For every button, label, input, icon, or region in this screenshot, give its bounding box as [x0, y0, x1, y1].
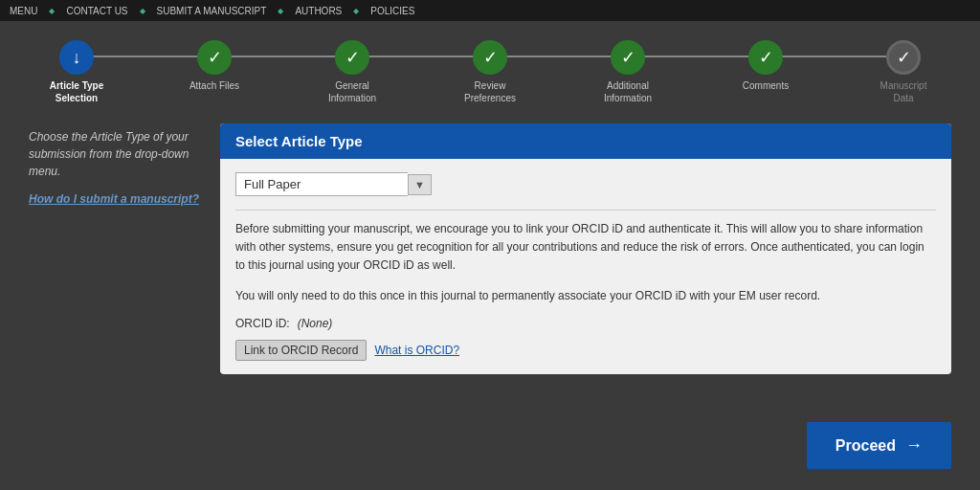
step-review-prefs: ✓ ReviewPreferences	[452, 40, 528, 104]
orcid-actions-row: Link to ORCID Record What is ORCID?	[235, 340, 936, 361]
top-navigation: MENU ◆ CONTACT US ◆ SUBMIT A MANUSCRIPT …	[0, 0, 980, 21]
nav-policies[interactable]: POLICIES	[370, 6, 414, 16]
nav-menu[interactable]: MENU	[10, 6, 37, 16]
orcid-id-value: (None)	[298, 317, 333, 330]
left-sidebar: Choose the Article Type of your submissi…	[29, 123, 201, 374]
step-general-info: ✓ GeneralInformation	[314, 40, 390, 104]
orcid-id-row: ORCID iD: (None)	[235, 317, 936, 330]
step-4-circle: ✓	[473, 40, 507, 75]
progress-steps: ↓ Article TypeSelection ✓ Attach Files ✓…	[19, 31, 961, 123]
sidebar-instruction: Choose the Article Type of your submissi…	[29, 128, 201, 180]
how-to-submit-link[interactable]: How do I submit a manuscript?	[29, 191, 201, 208]
select-article-type-panel: Select Article Type Full Paper Short Com…	[220, 123, 951, 374]
orcid-id-label: ORCID iD:	[235, 317, 290, 330]
dropdown-arrow-button[interactable]: ▼	[408, 174, 432, 195]
step-7-circle: ✓	[886, 40, 921, 75]
step-additional-info: ✓ AdditionalInformation	[590, 40, 666, 104]
proceed-button[interactable]: Proceed →	[807, 422, 951, 469]
what-is-orcid-link[interactable]: What is ORCID?	[374, 344, 459, 357]
panel-body: Full Paper Short Communication Review Ar…	[220, 159, 951, 374]
step-7-label: ManuscriptData	[880, 79, 927, 104]
nav-authors[interactable]: AUTHORS	[295, 6, 342, 16]
proceed-label: Proceed	[835, 437, 896, 455]
step-5-label: AdditionalInformation	[604, 79, 652, 104]
step-3-circle: ✓	[335, 40, 369, 75]
step-2-circle: ✓	[197, 40, 232, 75]
step-6-label: Comments	[743, 79, 789, 92]
step-comments: ✓ Comments	[727, 40, 804, 92]
proceed-arrow-icon: →	[905, 435, 923, 456]
step-4-label: ReviewPreferences	[464, 79, 516, 104]
step-3-label: GeneralInformation	[328, 79, 376, 104]
nav-submit[interactable]: SUBMIT A MANUSCRIPT	[157, 6, 267, 16]
main-area: ↓ Article TypeSelection ✓ Attach Files ✓…	[0, 21, 980, 490]
step-article-type: ↓ Article TypeSelection	[38, 40, 115, 104]
step-1-label: Article TypeSelection	[50, 79, 104, 104]
content-area: Choose the Article Type of your submissi…	[19, 123, 961, 374]
step-2-label: Attach Files	[189, 79, 239, 92]
link-to-orcid-button[interactable]: Link to ORCID Record	[235, 340, 367, 361]
orcid-paragraph-2: You will only need to do this once in th…	[235, 287, 936, 305]
proceed-area: Proceed →	[807, 422, 951, 469]
article-type-dropdown-row: Full Paper Short Communication Review Ar…	[235, 172, 936, 196]
divider-1	[235, 210, 936, 211]
step-6-circle: ✓	[748, 40, 783, 75]
step-attach-files: ✓ Attach Files	[176, 40, 253, 92]
step-5-circle: ✓	[611, 40, 645, 75]
panel-header: Select Article Type	[220, 123, 951, 159]
orcid-paragraph-1: Before submitting your manuscript, we en…	[235, 220, 936, 276]
article-type-select[interactable]: Full Paper Short Communication Review Ar…	[235, 172, 408, 196]
nav-contact[interactable]: CONTACT US	[66, 6, 127, 16]
step-1-circle: ↓	[59, 40, 94, 75]
step-manuscript-data: ✓ ManuscriptData	[865, 40, 942, 104]
